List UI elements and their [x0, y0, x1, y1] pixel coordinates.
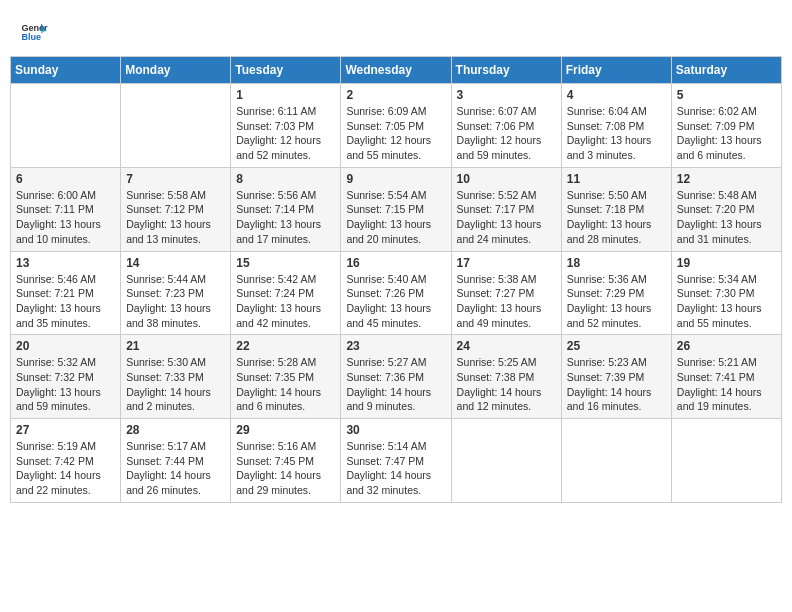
calendar-cell	[671, 419, 781, 503]
weekday-header-friday: Friday	[561, 57, 671, 84]
calendar-week-row: 6Sunrise: 6:00 AM Sunset: 7:11 PM Daylig…	[11, 167, 782, 251]
day-info: Sunrise: 5:58 AM Sunset: 7:12 PM Dayligh…	[126, 188, 225, 247]
day-info: Sunrise: 5:28 AM Sunset: 7:35 PM Dayligh…	[236, 355, 335, 414]
calendar-cell	[561, 419, 671, 503]
day-info: Sunrise: 6:04 AM Sunset: 7:08 PM Dayligh…	[567, 104, 666, 163]
weekday-header-wednesday: Wednesday	[341, 57, 451, 84]
day-number: 7	[126, 172, 225, 186]
day-info: Sunrise: 5:36 AM Sunset: 7:29 PM Dayligh…	[567, 272, 666, 331]
day-number: 21	[126, 339, 225, 353]
calendar-cell: 5Sunrise: 6:02 AM Sunset: 7:09 PM Daylig…	[671, 84, 781, 168]
weekday-header-row: SundayMondayTuesdayWednesdayThursdayFrid…	[11, 57, 782, 84]
day-info: Sunrise: 5:50 AM Sunset: 7:18 PM Dayligh…	[567, 188, 666, 247]
calendar-cell: 24Sunrise: 5:25 AM Sunset: 7:38 PM Dayli…	[451, 335, 561, 419]
calendar-cell	[451, 419, 561, 503]
day-number: 26	[677, 339, 776, 353]
day-info: Sunrise: 5:42 AM Sunset: 7:24 PM Dayligh…	[236, 272, 335, 331]
day-number: 8	[236, 172, 335, 186]
day-number: 1	[236, 88, 335, 102]
day-info: Sunrise: 5:17 AM Sunset: 7:44 PM Dayligh…	[126, 439, 225, 498]
day-number: 12	[677, 172, 776, 186]
header: General Blue	[10, 10, 782, 50]
day-number: 25	[567, 339, 666, 353]
calendar-cell: 19Sunrise: 5:34 AM Sunset: 7:30 PM Dayli…	[671, 251, 781, 335]
day-info: Sunrise: 6:00 AM Sunset: 7:11 PM Dayligh…	[16, 188, 115, 247]
calendar-cell: 29Sunrise: 5:16 AM Sunset: 7:45 PM Dayli…	[231, 419, 341, 503]
day-number: 13	[16, 256, 115, 270]
logo-icon: General Blue	[20, 18, 48, 46]
day-number: 10	[457, 172, 556, 186]
calendar-cell: 25Sunrise: 5:23 AM Sunset: 7:39 PM Dayli…	[561, 335, 671, 419]
calendar-cell: 10Sunrise: 5:52 AM Sunset: 7:17 PM Dayli…	[451, 167, 561, 251]
day-number: 9	[346, 172, 445, 186]
day-number: 20	[16, 339, 115, 353]
day-number: 27	[16, 423, 115, 437]
day-info: Sunrise: 5:54 AM Sunset: 7:15 PM Dayligh…	[346, 188, 445, 247]
calendar-cell: 9Sunrise: 5:54 AM Sunset: 7:15 PM Daylig…	[341, 167, 451, 251]
weekday-header-monday: Monday	[121, 57, 231, 84]
calendar-cell: 21Sunrise: 5:30 AM Sunset: 7:33 PM Dayli…	[121, 335, 231, 419]
day-number: 14	[126, 256, 225, 270]
day-number: 19	[677, 256, 776, 270]
calendar-cell: 1Sunrise: 6:11 AM Sunset: 7:03 PM Daylig…	[231, 84, 341, 168]
day-number: 23	[346, 339, 445, 353]
day-number: 3	[457, 88, 556, 102]
calendar-week-row: 13Sunrise: 5:46 AM Sunset: 7:21 PM Dayli…	[11, 251, 782, 335]
day-number: 5	[677, 88, 776, 102]
weekday-header-saturday: Saturday	[671, 57, 781, 84]
calendar-cell: 16Sunrise: 5:40 AM Sunset: 7:26 PM Dayli…	[341, 251, 451, 335]
day-info: Sunrise: 5:52 AM Sunset: 7:17 PM Dayligh…	[457, 188, 556, 247]
day-info: Sunrise: 5:25 AM Sunset: 7:38 PM Dayligh…	[457, 355, 556, 414]
weekday-header-sunday: Sunday	[11, 57, 121, 84]
calendar-week-row: 27Sunrise: 5:19 AM Sunset: 7:42 PM Dayli…	[11, 419, 782, 503]
calendar-cell: 6Sunrise: 6:00 AM Sunset: 7:11 PM Daylig…	[11, 167, 121, 251]
day-info: Sunrise: 6:02 AM Sunset: 7:09 PM Dayligh…	[677, 104, 776, 163]
day-info: Sunrise: 5:14 AM Sunset: 7:47 PM Dayligh…	[346, 439, 445, 498]
calendar: SundayMondayTuesdayWednesdayThursdayFrid…	[10, 56, 782, 503]
day-info: Sunrise: 5:34 AM Sunset: 7:30 PM Dayligh…	[677, 272, 776, 331]
day-info: Sunrise: 5:16 AM Sunset: 7:45 PM Dayligh…	[236, 439, 335, 498]
calendar-cell: 4Sunrise: 6:04 AM Sunset: 7:08 PM Daylig…	[561, 84, 671, 168]
day-info: Sunrise: 5:30 AM Sunset: 7:33 PM Dayligh…	[126, 355, 225, 414]
calendar-cell: 8Sunrise: 5:56 AM Sunset: 7:14 PM Daylig…	[231, 167, 341, 251]
day-info: Sunrise: 6:11 AM Sunset: 7:03 PM Dayligh…	[236, 104, 335, 163]
day-number: 11	[567, 172, 666, 186]
calendar-cell: 15Sunrise: 5:42 AM Sunset: 7:24 PM Dayli…	[231, 251, 341, 335]
day-number: 17	[457, 256, 556, 270]
day-info: Sunrise: 6:09 AM Sunset: 7:05 PM Dayligh…	[346, 104, 445, 163]
calendar-week-row: 1Sunrise: 6:11 AM Sunset: 7:03 PM Daylig…	[11, 84, 782, 168]
day-info: Sunrise: 5:32 AM Sunset: 7:32 PM Dayligh…	[16, 355, 115, 414]
day-number: 30	[346, 423, 445, 437]
day-info: Sunrise: 5:48 AM Sunset: 7:20 PM Dayligh…	[677, 188, 776, 247]
day-number: 6	[16, 172, 115, 186]
weekday-header-tuesday: Tuesday	[231, 57, 341, 84]
calendar-cell: 23Sunrise: 5:27 AM Sunset: 7:36 PM Dayli…	[341, 335, 451, 419]
day-number: 24	[457, 339, 556, 353]
day-info: Sunrise: 5:46 AM Sunset: 7:21 PM Dayligh…	[16, 272, 115, 331]
calendar-cell: 26Sunrise: 5:21 AM Sunset: 7:41 PM Dayli…	[671, 335, 781, 419]
calendar-cell: 28Sunrise: 5:17 AM Sunset: 7:44 PM Dayli…	[121, 419, 231, 503]
day-info: Sunrise: 5:44 AM Sunset: 7:23 PM Dayligh…	[126, 272, 225, 331]
calendar-cell: 2Sunrise: 6:09 AM Sunset: 7:05 PM Daylig…	[341, 84, 451, 168]
calendar-cell	[121, 84, 231, 168]
day-info: Sunrise: 5:27 AM Sunset: 7:36 PM Dayligh…	[346, 355, 445, 414]
day-info: Sunrise: 5:56 AM Sunset: 7:14 PM Dayligh…	[236, 188, 335, 247]
svg-text:Blue: Blue	[21, 32, 41, 42]
day-number: 15	[236, 256, 335, 270]
calendar-cell: 22Sunrise: 5:28 AM Sunset: 7:35 PM Dayli…	[231, 335, 341, 419]
day-number: 16	[346, 256, 445, 270]
calendar-cell: 20Sunrise: 5:32 AM Sunset: 7:32 PM Dayli…	[11, 335, 121, 419]
calendar-cell: 3Sunrise: 6:07 AM Sunset: 7:06 PM Daylig…	[451, 84, 561, 168]
day-number: 28	[126, 423, 225, 437]
day-info: Sunrise: 5:19 AM Sunset: 7:42 PM Dayligh…	[16, 439, 115, 498]
weekday-header-thursday: Thursday	[451, 57, 561, 84]
day-info: Sunrise: 5:23 AM Sunset: 7:39 PM Dayligh…	[567, 355, 666, 414]
day-number: 22	[236, 339, 335, 353]
calendar-cell: 13Sunrise: 5:46 AM Sunset: 7:21 PM Dayli…	[11, 251, 121, 335]
day-info: Sunrise: 5:40 AM Sunset: 7:26 PM Dayligh…	[346, 272, 445, 331]
calendar-cell	[11, 84, 121, 168]
day-info: Sunrise: 5:21 AM Sunset: 7:41 PM Dayligh…	[677, 355, 776, 414]
day-number: 4	[567, 88, 666, 102]
calendar-cell: 18Sunrise: 5:36 AM Sunset: 7:29 PM Dayli…	[561, 251, 671, 335]
calendar-cell: 11Sunrise: 5:50 AM Sunset: 7:18 PM Dayli…	[561, 167, 671, 251]
